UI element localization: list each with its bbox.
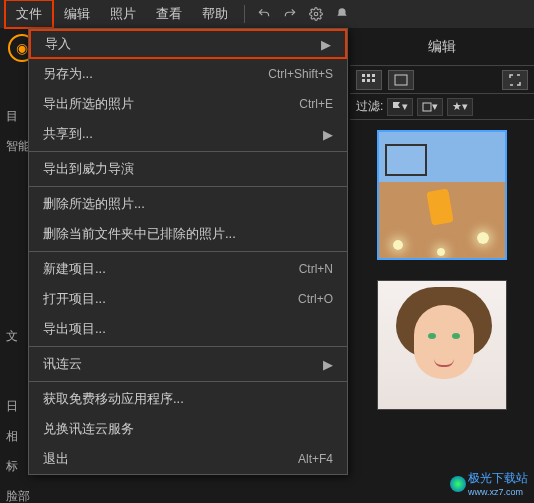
grid-view-icon[interactable] (356, 70, 382, 90)
thumbnail-portrait[interactable] (377, 280, 507, 410)
menu-edit[interactable]: 编辑 (54, 1, 100, 27)
svg-rect-8 (423, 103, 431, 111)
filter-flag-button[interactable]: ▾ (387, 98, 413, 116)
watermark: 极光下载站 www.xz7.com (450, 470, 528, 497)
menu-item[interactable]: 导出到威力导演 (29, 154, 347, 184)
menu-item[interactable]: 删除当前文件夹中已排除的照片... (29, 219, 347, 249)
side-section[interactable]: 日 (2, 392, 22, 421)
menu-item-label: 删除当前文件夹中已排除的照片... (43, 225, 236, 243)
menu-item[interactable]: 删除所选的照片... (29, 189, 347, 219)
separator (244, 5, 245, 23)
menu-shortcut: Ctrl+N (299, 262, 333, 276)
menu-item-label: 获取免费移动应用程序... (43, 390, 184, 408)
menu-item-label: 兑换讯连云服务 (43, 420, 134, 438)
menu-separator (29, 346, 347, 347)
thumbnail-grid (350, 120, 534, 420)
svg-rect-2 (367, 74, 370, 77)
side-section[interactable]: 文 (2, 322, 22, 351)
right-panel: 编辑 过滤: ▾ ▾ ★▾ (350, 28, 534, 503)
menu-item[interactable]: 兑换讯连云服务 (29, 414, 347, 444)
side-section[interactable]: 标 (2, 452, 22, 481)
menu-separator (29, 151, 347, 152)
menu-item-label: 共享到... (43, 125, 93, 143)
menu-item-label: 新建项目... (43, 260, 106, 278)
menu-item-label: 导入 (45, 35, 71, 53)
menu-item-label: 导出到威力导演 (43, 160, 134, 178)
side-section[interactable]: 目 (2, 102, 22, 131)
menubar: 文件 编辑 照片 查看 帮助 (0, 0, 534, 28)
menu-separator (29, 381, 347, 382)
view-mode-row (350, 66, 534, 94)
menu-file[interactable]: 文件 (4, 0, 54, 29)
svg-point-0 (314, 12, 318, 16)
redo-icon[interactable] (279, 3, 301, 25)
menu-item-label: 导出所选的照片 (43, 95, 134, 113)
svg-rect-3 (372, 74, 375, 77)
watermark-icon (450, 476, 466, 492)
filter-star-button[interactable]: ★▾ (447, 98, 473, 116)
filter-row: 过滤: ▾ ▾ ★▾ (350, 94, 534, 120)
fullscreen-icon[interactable] (502, 70, 528, 90)
svg-rect-1 (362, 74, 365, 77)
side-section[interactable]: 相 (2, 422, 22, 451)
menu-item[interactable]: 另存为...Ctrl+Shift+S (29, 59, 347, 89)
menu-separator (29, 186, 347, 187)
menu-shortcut: Ctrl+O (298, 292, 333, 306)
gear-icon[interactable] (305, 3, 327, 25)
menu-item[interactable]: 导出所选的照片Ctrl+E (29, 89, 347, 119)
menu-item-label: 讯连云 (43, 355, 82, 373)
bell-icon[interactable] (331, 3, 353, 25)
menu-shortcut: Alt+F4 (298, 452, 333, 466)
menu-help[interactable]: 帮助 (192, 1, 238, 27)
submenu-arrow-icon: ▶ (323, 127, 333, 142)
menu-item[interactable]: 新建项目...Ctrl+N (29, 254, 347, 284)
menu-shortcut: Ctrl+Shift+S (268, 67, 333, 81)
menu-photo[interactable]: 照片 (100, 1, 146, 27)
menu-item-label: 导出项目... (43, 320, 106, 338)
svg-rect-4 (362, 79, 365, 82)
svg-rect-6 (372, 79, 375, 82)
right-header: 编辑 (350, 28, 534, 66)
single-view-icon[interactable] (388, 70, 414, 90)
menu-item[interactable]: 打开项目...Ctrl+O (29, 284, 347, 314)
menu-shortcut: Ctrl+E (299, 97, 333, 111)
menu-item[interactable]: 获取免费移动应用程序... (29, 384, 347, 414)
menu-separator (29, 251, 347, 252)
filter-label-button[interactable]: ▾ (417, 98, 443, 116)
submenu-arrow-icon: ▶ (323, 357, 333, 372)
menu-item-label: 退出 (43, 450, 69, 468)
menu-view[interactable]: 查看 (146, 1, 192, 27)
menu-item[interactable]: 退出Alt+F4 (29, 444, 347, 474)
watermark-text: 极光下载站 (468, 470, 528, 487)
menu-item-label: 删除所选的照片... (43, 195, 145, 213)
menu-item[interactable]: 共享到...▶ (29, 119, 347, 149)
menu-item[interactable]: 导入▶ (29, 29, 347, 59)
menu-item-label: 打开项目... (43, 290, 106, 308)
thumbnail-basketball[interactable] (377, 130, 507, 260)
svg-rect-7 (395, 75, 407, 85)
undo-icon[interactable] (253, 3, 275, 25)
submenu-arrow-icon: ▶ (321, 37, 331, 52)
watermark-url: www.xz7.com (468, 487, 528, 497)
file-menu-dropdown: 导入▶另存为...Ctrl+Shift+S导出所选的照片Ctrl+E共享到...… (28, 28, 348, 475)
side-section[interactable]: 脸部 (2, 482, 34, 503)
menu-item-label: 另存为... (43, 65, 93, 83)
svg-rect-5 (367, 79, 370, 82)
filter-label: 过滤: (356, 98, 383, 115)
menu-item[interactable]: 讯连云▶ (29, 349, 347, 379)
menu-item[interactable]: 导出项目... (29, 314, 347, 344)
